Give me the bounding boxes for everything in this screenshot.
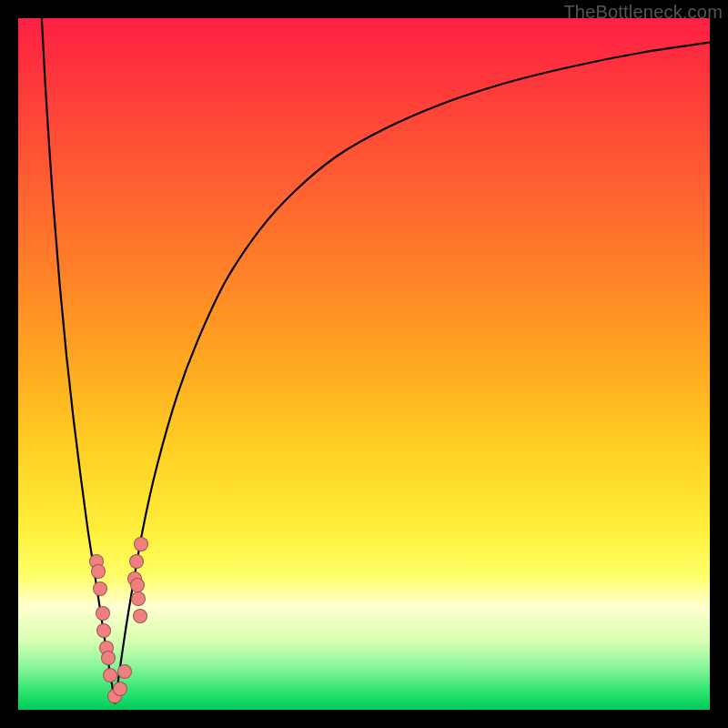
plot-area — [18, 18, 710, 710]
left-branch-path — [42, 18, 116, 703]
data-point-marker — [134, 537, 148, 551]
data-point-marker — [133, 609, 147, 623]
data-point-marker — [130, 578, 145, 592]
data-point-marker — [131, 592, 146, 606]
chart-frame: TheBottleneck.com — [0, 0, 728, 728]
data-point-marker — [117, 664, 132, 679]
data-point-marker — [96, 623, 111, 638]
data-point-marker — [129, 554, 144, 569]
data-point-marker — [93, 581, 107, 596]
data-point-marker — [113, 682, 127, 696]
curve-layer — [18, 18, 710, 710]
data-point-marker — [96, 606, 110, 621]
data-point-marker — [103, 668, 117, 682]
data-point-marker — [101, 651, 116, 665]
watermark-text: TheBottleneck.com — [563, 2, 723, 23]
right-branch-path — [115, 43, 710, 703]
data-point-marker — [91, 564, 106, 579]
